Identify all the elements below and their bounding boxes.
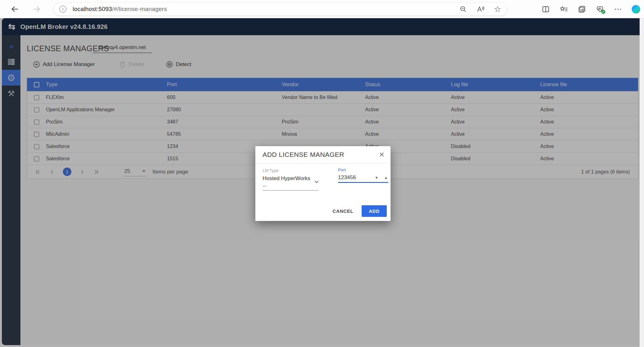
port-label: Port (338, 168, 388, 172)
favorites-bar-icon[interactable] (560, 5, 568, 13)
site-info-icon[interactable]: i (59, 6, 66, 13)
more-menu-icon[interactable]: ⋯ (614, 5, 622, 13)
split-screen-icon[interactable] (542, 5, 550, 13)
dialog-title: ADD LICENSE MANAGER (263, 151, 379, 158)
zoom-out-icon[interactable] (459, 5, 467, 13)
lm-type-field[interactable]: LM Type Hosted HyperWorks ... (263, 168, 319, 190)
browser-toolbar: i localhost:5093/#/license-managers ☆ (0, 0, 644, 18)
add-button[interactable]: ADD (362, 205, 387, 217)
chevron-down-icon (314, 180, 319, 183)
cancel-button[interactable]: CANCEL (328, 206, 358, 217)
copilot-icon[interactable] (632, 5, 640, 14)
port-field[interactable]: Port ▼ ▲ (338, 168, 388, 183)
read-aloud-icon[interactable] (476, 5, 485, 13)
lm-type-value: Hosted HyperWorks ... (263, 175, 314, 188)
essentials-check-badge (601, 10, 605, 14)
url-text: localhost:5093/#/license-managers (73, 6, 167, 13)
back-icon[interactable] (8, 3, 21, 16)
spinner-down-icon[interactable]: ▼ (375, 176, 378, 179)
spinner-up-icon[interactable]: ▲ (384, 176, 388, 179)
port-input[interactable] (338, 174, 366, 181)
page-scrollbar[interactable] (640, 18, 644, 347)
close-icon[interactable]: × (379, 150, 384, 159)
favorite-star-icon[interactable]: ☆ (494, 5, 501, 13)
browser-essentials-icon[interactable] (596, 5, 604, 13)
add-license-manager-dialog: ADD LICENSE MANAGER × LM Type Hosted Hyp… (255, 146, 391, 221)
collections-icon[interactable] (578, 5, 586, 13)
address-bar[interactable]: i localhost:5093/#/license-managers ☆ (53, 3, 507, 16)
lm-type-label: LM Type (263, 168, 319, 173)
forward-icon (30, 3, 43, 16)
